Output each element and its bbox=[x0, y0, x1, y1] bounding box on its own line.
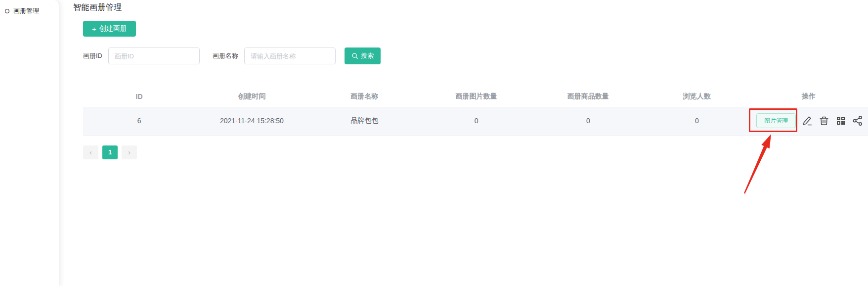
col-header-view-count: 浏览人数 bbox=[644, 86, 749, 107]
sidebar-item-album-management[interactable]: 画册管理 bbox=[5, 4, 59, 18]
col-header-id: ID bbox=[83, 86, 195, 107]
cell-name: 品牌包包 bbox=[308, 107, 421, 135]
radio-circle-icon bbox=[5, 9, 9, 13]
table-row: 6 2021-11-24 15:28:50 品牌包包 0 0 0 图片管理 bbox=[83, 107, 868, 135]
table-header-row: ID 创建时间 画册名称 画册图片数量 画册商品数量 浏览人数 操作 bbox=[83, 86, 868, 107]
cell-actions: 图片管理 bbox=[749, 107, 868, 135]
album-id-label: 画册ID bbox=[83, 51, 102, 60]
search-button[interactable]: 搜索 bbox=[345, 48, 381, 64]
qrcode-icon[interactable] bbox=[835, 115, 846, 126]
pagination: ‹ 1 › bbox=[83, 145, 868, 159]
search-icon bbox=[351, 52, 358, 59]
search-bar: 画册ID 画册名称 搜索 bbox=[83, 48, 868, 64]
create-album-label: 创建画册 bbox=[99, 24, 127, 33]
col-header-created-at: 创建时间 bbox=[195, 86, 308, 107]
pagination-next-button[interactable]: › bbox=[122, 145, 137, 159]
main-content: 智能画册管理 + 创建画册 画册ID 画册名称 搜索 bbox=[73, 0, 868, 159]
sidebar: 画册管理 bbox=[0, 0, 59, 286]
col-header-name: 画册名称 bbox=[308, 86, 421, 107]
search-button-label: 搜索 bbox=[361, 51, 374, 60]
col-header-actions: 操作 bbox=[749, 86, 868, 107]
cell-created-at: 2021-11-24 15:28:50 bbox=[195, 107, 308, 135]
album-id-input[interactable] bbox=[108, 48, 200, 64]
cell-product-count: 0 bbox=[532, 107, 644, 135]
sidebar-item-label: 画册管理 bbox=[13, 6, 39, 15]
col-header-image-count: 画册图片数量 bbox=[421, 86, 532, 107]
album-name-label: 画册名称 bbox=[213, 51, 238, 60]
image-manage-button[interactable]: 图片管理 bbox=[756, 113, 796, 128]
plus-icon: + bbox=[92, 25, 96, 33]
annotation-red-arrow bbox=[742, 133, 796, 197]
album-table: ID 创建时间 画册名称 画册图片数量 画册商品数量 浏览人数 操作 6 202… bbox=[83, 86, 868, 136]
col-header-product-count: 画册商品数量 bbox=[532, 86, 644, 107]
cell-id: 6 bbox=[83, 107, 195, 135]
pagination-prev-button[interactable]: ‹ bbox=[83, 145, 98, 159]
pagination-page-1-button[interactable]: 1 bbox=[102, 145, 118, 159]
album-name-input[interactable] bbox=[244, 48, 336, 64]
create-album-button[interactable]: + 创建画册 bbox=[83, 21, 136, 37]
delete-icon[interactable] bbox=[819, 115, 829, 126]
cell-image-count: 0 bbox=[421, 107, 532, 135]
share-icon[interactable] bbox=[852, 115, 863, 126]
page-title: 智能画册管理 bbox=[73, 2, 868, 13]
edit-icon[interactable] bbox=[802, 115, 813, 126]
cell-view-count: 0 bbox=[644, 107, 749, 135]
image-manage-label: 图片管理 bbox=[764, 117, 788, 125]
